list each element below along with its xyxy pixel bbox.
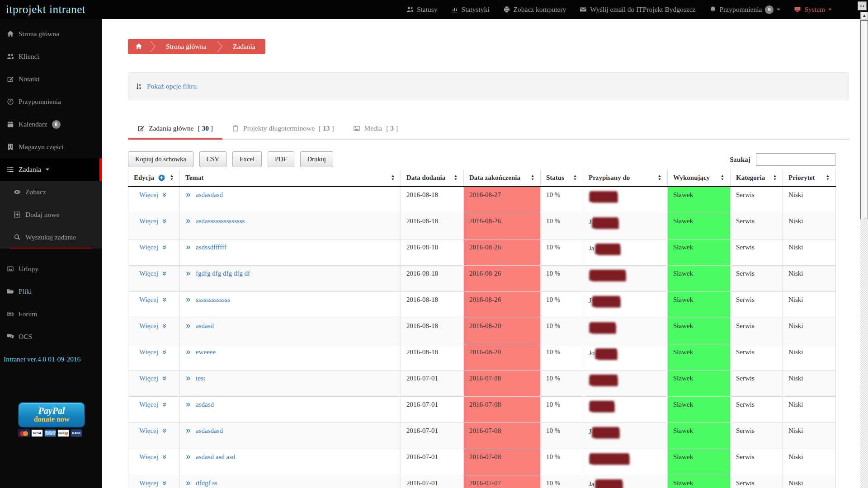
tab[interactable]: Projekty długoterminowe [ 13 ] bbox=[222, 117, 344, 139]
scrollbar-thumb[interactable] bbox=[860, 20, 868, 219]
sidebar-item[interactable]: Zadania bbox=[0, 158, 102, 181]
tasks-table: Edycja Temat bbox=[128, 169, 836, 488]
topic-cell: asdassssssssssssss bbox=[180, 213, 401, 239]
column-header[interactable]: Wykonujący bbox=[668, 169, 731, 187]
export-button[interactable]: Drukuj bbox=[300, 151, 333, 167]
more-link[interactable]: Więcej bbox=[134, 191, 167, 199]
edit-cell: Więcej bbox=[128, 396, 180, 422]
sidebar-item[interactable]: Klienci bbox=[0, 45, 102, 68]
date-due-cell: 2016-08-27 bbox=[464, 187, 541, 213]
column-header[interactable]: Edycja bbox=[128, 169, 180, 187]
column-header[interactable]: Temat bbox=[180, 169, 401, 187]
assigned-to-cell bbox=[583, 187, 668, 213]
topic-link[interactable]: dfdgf ss bbox=[196, 479, 217, 487]
sidebar-item[interactable]: Urlopy bbox=[0, 258, 102, 280]
navbar-item[interactable]: Wyślij email do ITProjekt Bydgoszcz bbox=[580, 5, 695, 14]
column-header[interactable]: Kategoria bbox=[731, 169, 783, 187]
more-link[interactable]: Więcej bbox=[134, 401, 167, 408]
navbar-item[interactable]: Statusy bbox=[406, 5, 438, 14]
chevrons-down-icon bbox=[161, 349, 167, 355]
more-link[interactable]: Więcej bbox=[134, 479, 167, 487]
export-button[interactable]: Kopiuj do schowka bbox=[128, 151, 193, 167]
breadcrumb-home[interactable] bbox=[128, 43, 150, 50]
sidebar-item[interactable]: Dodaj nowe bbox=[0, 203, 102, 226]
vertical-scrollbar[interactable]: ▲ bbox=[860, 12, 868, 488]
chevrons-down-icon bbox=[161, 271, 167, 277]
table-row: Więcej asdssdffffff 2016-08-18 2016-08-2… bbox=[128, 239, 836, 265]
column-header[interactable]: Data zakończenia bbox=[464, 169, 541, 187]
column-header-label: Przypisany do bbox=[589, 174, 630, 182]
tab[interactable]: Media [ 3 ] bbox=[344, 117, 407, 139]
column-header[interactable]: Data dodania bbox=[401, 169, 464, 187]
breadcrumb-item[interactable]: Zadania bbox=[223, 42, 265, 51]
column-header[interactable]: Status bbox=[541, 169, 583, 187]
sidebar-item[interactable]: Strona główna bbox=[0, 23, 102, 45]
chevrons-down-icon bbox=[161, 428, 167, 434]
resize-handle[interactable]: ↔ bbox=[858, 1, 867, 10]
topic-link[interactable]: asdasdasd bbox=[196, 191, 223, 199]
sidebar-item[interactable]: Notatki bbox=[0, 68, 102, 90]
topic-link[interactable]: test bbox=[196, 375, 205, 382]
column-header[interactable]: Priorytet bbox=[783, 169, 836, 187]
more-link[interactable]: Więcej bbox=[134, 348, 167, 356]
topic-cell: asdssdffffff bbox=[180, 239, 401, 265]
date-due-cell: 2016-07-08 bbox=[464, 422, 541, 449]
sidebar-item[interactable]: Wyszukaj zadanie bbox=[0, 226, 102, 249]
topic-link[interactable]: eweeee bbox=[196, 348, 216, 356]
chevrons-right-icon bbox=[185, 454, 191, 460]
task-list-icon bbox=[7, 166, 14, 173]
sidebar-item[interactable]: Magazyn części bbox=[0, 136, 102, 158]
chevrons-down-icon bbox=[161, 244, 167, 250]
payment-card-logo: AMERICAN EXPRESS bbox=[44, 429, 56, 437]
navbar-item[interactable]: Zobacz komputery bbox=[503, 5, 566, 14]
more-link[interactable]: Więcej bbox=[134, 322, 167, 330]
topic-cell: asdasdasd bbox=[180, 187, 401, 213]
date-added-cell: 2016-08-18 bbox=[401, 344, 464, 370]
more-link[interactable]: Więcej bbox=[134, 244, 167, 251]
topic-link[interactable]: asdasd asd asd bbox=[196, 453, 235, 461]
topic-link[interactable]: asdasdasd bbox=[196, 427, 223, 435]
sidebar-item[interactable]: Zobacz bbox=[0, 181, 102, 203]
edit-square-icon bbox=[137, 125, 145, 132]
tab[interactable]: Zadania główne [ 30 ] bbox=[128, 117, 222, 139]
scroll-up-button[interactable]: ▲ bbox=[860, 12, 868, 19]
count-badge: 0 bbox=[52, 120, 61, 129]
search-input[interactable] bbox=[756, 153, 835, 166]
more-link[interactable]: Więcej bbox=[134, 296, 167, 304]
more-link[interactable]: Więcej bbox=[134, 270, 167, 277]
sidebar-item-label: Forum bbox=[19, 310, 37, 318]
navbar-item[interactable]: Przypomnienia 0 bbox=[709, 5, 781, 14]
priority-cell: Niski bbox=[783, 213, 836, 239]
chevron-down-icon bbox=[828, 9, 832, 12]
column-header[interactable]: Przypisany do bbox=[583, 169, 668, 187]
date-added-cell: 2016-08-18 bbox=[401, 187, 464, 213]
navbar-item[interactable]: Statystyki bbox=[451, 5, 490, 14]
sidebar-item[interactable]: Kalendarz 0 bbox=[0, 113, 102, 136]
topic-link[interactable]: asdassssssssssssss bbox=[196, 217, 245, 225]
sidebar-item[interactable]: Pliki bbox=[0, 280, 102, 303]
more-link[interactable]: Więcej bbox=[134, 375, 167, 382]
show-filter-options-link[interactable]: Pokaż opcje filtru bbox=[147, 82, 197, 90]
topic-link[interactable]: asdasd bbox=[196, 322, 214, 330]
redacted-name bbox=[595, 244, 620, 254]
circle-plus-icon[interactable] bbox=[158, 174, 165, 182]
more-link[interactable]: Więcej bbox=[134, 453, 167, 461]
topic-link[interactable]: sssssssssssss bbox=[196, 296, 230, 304]
topic-link[interactable]: asdssdffffff bbox=[196, 244, 226, 251]
topic-link[interactable]: asdasd bbox=[196, 401, 214, 408]
breadcrumb-item[interactable]: Strona główna bbox=[156, 42, 217, 51]
more-link[interactable]: Więcej bbox=[134, 217, 167, 225]
navbar-item[interactable]: System bbox=[794, 5, 832, 14]
more-link[interactable]: Więcej bbox=[134, 427, 167, 435]
export-button[interactable]: Excel bbox=[232, 151, 262, 167]
sidebar-item[interactable]: OCS bbox=[0, 325, 102, 348]
topic-link[interactable]: fgdfg dfg dfg dfg df bbox=[196, 270, 250, 277]
sidebar-item[interactable]: Przypomnienia bbox=[0, 90, 102, 113]
table-body: Więcej asdasdasd 2016-08-18 2016-08-27 1… bbox=[128, 187, 836, 488]
sidebar-item[interactable]: Forum bbox=[0, 303, 102, 325]
export-button[interactable]: PDF bbox=[268, 151, 294, 167]
chevrons-right-icon bbox=[185, 428, 191, 434]
paypal-donate-button[interactable]: PayPal donate now bbox=[18, 402, 85, 427]
sort-icon bbox=[572, 174, 578, 181]
export-button[interactable]: CSV bbox=[199, 151, 226, 167]
